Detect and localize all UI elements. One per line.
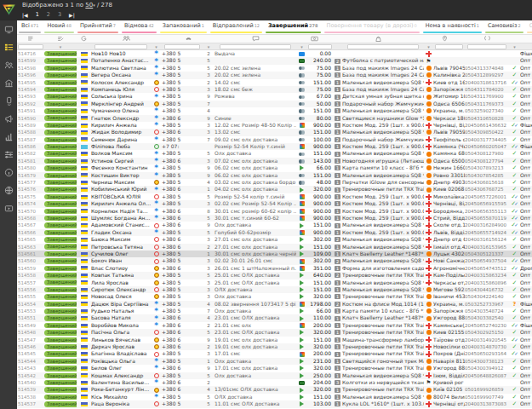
page-button-3[interactable]: 3 [58,11,61,18]
sidebar-item-settings-icon[interactable] [0,146,17,164]
last-page-button[interactable]: ▶| [69,12,75,18]
client-phone[interactable]: +380 6 [162,215,203,222]
client-phone[interactable]: +380 5 [162,279,203,286]
client-phone[interactable]: +380 6 [162,322,203,329]
order-row[interactable]: 514596ЗавершенийВегера Оксана*+380 5320.… [17,72,532,78]
order-row[interactable]: 514587ЗавершенийСеменюк Дарина*+380 5709… [17,136,532,143]
client-phone[interactable]: +380 5 [162,286,203,293]
client-phone[interactable]: +380 5 [162,179,203,186]
ttn-number[interactable]: 20450654937504 [465,257,509,264]
ttn-number[interactable] [465,57,509,64]
chevron-down-icon[interactable]: ▾ [208,45,210,49]
ttn-number[interactable]: 20400317734405 [465,136,509,143]
tab-повернення-товару-в-дорозі-[interactable]: Повернення товару (в дорозі)0 [323,20,421,34]
client-phone[interactable]: +380 5 [162,79,203,86]
ttn-number[interactable]: 0501699907749 [465,394,509,400]
ttn-number[interactable]: 20450656355113 [465,208,509,215]
page-size-select[interactable]: 50 [85,2,93,9]
order-row[interactable]: 514566ЗавершенийГладик Оксана*+380 55Гол… [17,229,532,236]
ttn-number[interactable]: 20400315860896 [465,279,509,286]
ttn-number[interactable]: 20450650293164 [465,350,509,357]
ttn-number[interactable]: 0501699926859 [465,386,509,393]
column-header-payment-icon[interactable] [296,35,333,43]
filter-dropdown[interactable]: ▾ [151,43,162,50]
ttn-number[interactable]: 20400314920545 [465,337,509,343]
filter-input[interactable] [307,43,333,50]
client-phone[interactable]: +380 5 [162,358,203,365]
filter-dropdown[interactable]: ▾ [296,43,307,50]
client-phone[interactable]: +380 6 [162,329,203,336]
filter-input-box[interactable] [308,44,332,49]
client-phone[interactable]: +380 5 [162,50,203,57]
ttn-number[interactable]: 0504311784020 [465,86,509,93]
order-row[interactable]: 514570ЗавершенийКорнелюк Надія Та…*+380 … [17,208,532,215]
client-phone[interactable]: +380 5 [162,350,203,357]
client-phone[interactable]: +380 6 [162,343,203,350]
sidebar-item-orders-list-icon[interactable] [0,38,17,56]
order-row[interactable]: 514580ЗавершенийФесенко Константин*+380 … [17,164,532,171]
column-header-phone-icon[interactable] [162,35,215,43]
column-header-product-icon[interactable] [333,35,424,43]
ttn-number[interactable]: 0504313374848 [465,65,509,72]
tab-прийнятий[interactable]: Прийнятий7 [76,20,120,34]
order-row[interactable]: 514575ЗавершенийКВІТОВСЬКА ЮЛІЯ+380 55Ро… [17,193,532,200]
order-row[interactable]: 514559ЗавершенийВлас Слотиоу+380 6326.01… [17,265,532,272]
ttn-number[interactable]: 0504306768725 [465,186,509,193]
filter-dropdown[interactable]: ▾ [203,43,215,50]
sidebar-item-clients-icon[interactable] [0,56,17,74]
client-phone[interactable]: +380 6 [162,337,203,343]
order-row[interactable]: 514589ЗавершенийКирилич Анжела*+380 5312… [17,122,532,129]
ttn-number[interactable]: 0503252733967 [465,301,509,308]
column-header-source-icon[interactable] [77,35,91,43]
ttn-number[interactable]: 0504302925150 [465,329,509,336]
client-phone[interactable]: +380 5 [162,229,203,236]
order-row[interactable]: 514592ЗавершенийМерклінгер Андрей+380 57… [17,101,532,107]
app-logo-icon[interactable] [2,3,16,17]
client-phone[interactable]: +380 6 [162,265,203,272]
tab-самовивіз[interactable]: Самовивіз2 [483,20,525,34]
client-phone[interactable]: +380 5 [162,308,203,314]
order-row[interactable]: 514560ЗавершенийБокоч Иван+380 5302.02 3… [17,257,532,264]
client-phone[interactable]: +380 5 [162,251,203,257]
ttn-number[interactable]: 0504308127794 [465,158,509,164]
client-phone[interactable]: +380 6 [162,158,203,164]
tab-відмова[interactable]: Відмова42 [120,20,158,34]
order-row[interactable]: 514537ЗавершенийРаца Вероніка+380 5511.0… [17,400,532,407]
page-button-2[interactable]: 2 [47,11,50,18]
ttn-number[interactable]: 0504311769373 [465,101,509,107]
ttn-number[interactable]: 20450655870119 [465,215,509,222]
sidebar-item-marketing-icon[interactable] [0,110,17,128]
order-row[interactable]: 514716ЗавершенийНов10 Нов10*+380 52Выдач… [17,50,532,57]
order-row[interactable]: 514599ЗавершенийПотапенко Анастас…*+380 … [17,57,532,64]
client-phone[interactable]: +380 5 [162,136,203,143]
ttn-number[interactable]: 20450654743512 [465,265,509,272]
order-row[interactable]: 514565ЗавершенийБаюка Максим+380 6327.01… [17,236,532,243]
client-phone[interactable]: +380 5 [162,301,203,308]
ttn-number[interactable]: 20400318613716 [465,79,509,86]
client-phone[interactable]: +380 5 [162,72,203,78]
order-row[interactable]: 514542ЗавершенийКошмах Александр+380 55О… [17,372,532,379]
client-phone[interactable]: +380 5 [162,372,203,379]
client-phone[interactable]: +380 6 [162,115,203,122]
ttn-number[interactable]: 20400313873083 [465,400,509,407]
client-phone[interactable]: +380 5 [162,86,203,93]
client-phone[interactable]: +7 07: [162,143,203,150]
filter-input[interactable] [465,43,509,50]
client-phone[interactable]: +380 5 [162,272,203,279]
ttn-number[interactable]: 20400316284900 [465,222,509,228]
ttn-number[interactable]: 20450661436632 [465,122,509,129]
order-row[interactable]: 514544ЗавершенийРоківцька Ольга*+380 51О… [17,358,532,365]
ttn-number[interactable]: 20450656915595 [465,200,509,207]
ttn-number[interactable] [465,50,509,57]
column-header-ttn-icon[interactable] [465,35,509,43]
filter-input[interactable] [215,43,296,50]
client-phone[interactable]: +380 5 [162,200,203,207]
client-phone[interactable]: +380 5 [162,172,203,179]
client-phone[interactable]: +380 5 [162,150,203,157]
chevron-down-icon[interactable]: ▾ [155,45,157,49]
filter-input[interactable] [433,43,465,50]
order-row[interactable]: 514543ЗавершенийБелов Олег*+380 6917.01 … [17,365,532,372]
ttn-number[interactable]: 0504300738123 [465,358,509,365]
order-row[interactable]: 514551ЗавершенийБасова Наталя*+380 6423.… [17,314,532,321]
ttn-number[interactable]: 0504304416732 [465,286,509,293]
